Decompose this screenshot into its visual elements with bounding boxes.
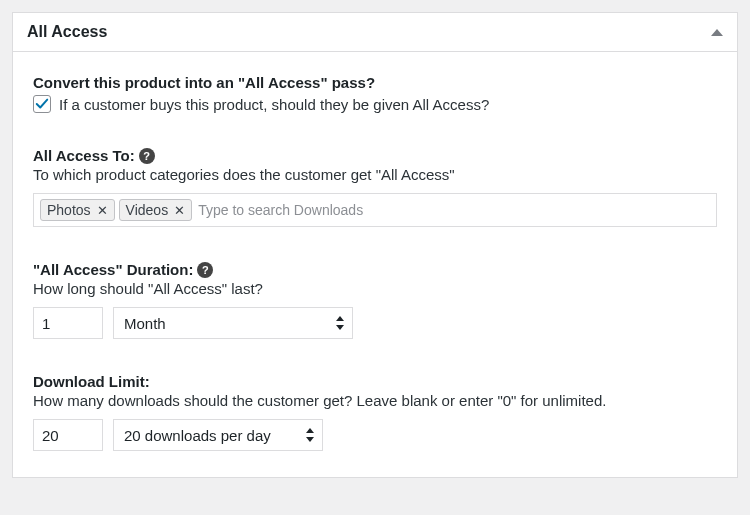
access-to-tagbox[interactable]: Photos ✕ Videos ✕ [33, 193, 717, 227]
access-to-label: All Access To: [33, 147, 135, 164]
tag-photos: Photos ✕ [40, 199, 115, 221]
tag-videos: Videos ✕ [119, 199, 193, 221]
section-download-limit: Download Limit: How many downloads shoul… [33, 373, 717, 451]
duration-unit-select[interactable]: Month [113, 307, 353, 339]
select-value: Month [124, 315, 166, 332]
collapse-icon [711, 29, 723, 36]
select-value: 20 downloads per day [124, 427, 271, 444]
tag-remove-icon[interactable]: ✕ [174, 204, 185, 217]
select-spinner-icon [306, 428, 314, 442]
panel-title: All Access [27, 23, 107, 41]
duration-label: "All Access" Duration: [33, 261, 193, 278]
duration-input[interactable] [33, 307, 103, 339]
help-icon[interactable]: ? [197, 262, 213, 278]
convert-checkbox-label: If a customer buys this product, should … [59, 96, 489, 113]
download-limit-input[interactable] [33, 419, 103, 451]
tag-label: Photos [47, 202, 91, 218]
panel-body: Convert this product into an "All Access… [13, 52, 737, 477]
convert-label: Convert this product into an "All Access… [33, 74, 717, 91]
download-limit-desc: How many downloads should the customer g… [33, 392, 717, 409]
convert-checkbox[interactable] [33, 95, 51, 113]
duration-desc: How long should "All Access" last? [33, 280, 717, 297]
select-spinner-icon [336, 316, 344, 330]
section-access-to: All Access To: ? To which product catego… [33, 147, 717, 227]
download-period-select[interactable]: 20 downloads per day [113, 419, 323, 451]
section-convert: Convert this product into an "All Access… [33, 74, 717, 113]
panel-header[interactable]: All Access [13, 13, 737, 52]
tag-remove-icon[interactable]: ✕ [97, 204, 108, 217]
section-duration: "All Access" Duration: ? How long should… [33, 261, 717, 339]
download-limit-label: Download Limit: [33, 373, 717, 390]
help-icon[interactable]: ? [139, 148, 155, 164]
check-icon [35, 97, 49, 111]
tag-label: Videos [126, 202, 169, 218]
access-to-desc: To which product categories does the cus… [33, 166, 717, 183]
access-to-search-input[interactable] [196, 198, 710, 222]
